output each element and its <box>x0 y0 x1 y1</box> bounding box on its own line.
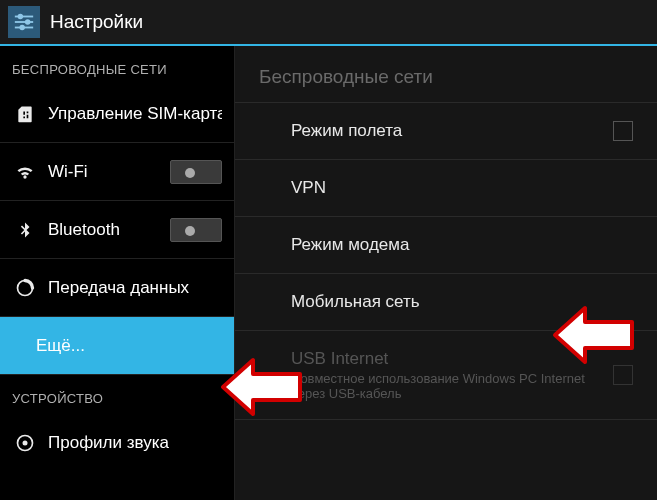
sidebar-item-more[interactable]: Ещё... <box>0 317 234 375</box>
content-item-mobile-network[interactable]: Мобильная сеть <box>235 274 657 331</box>
app-title: Настройки <box>50 11 143 33</box>
content-item-label: USB Internet <box>291 349 601 369</box>
wifi-icon <box>12 162 38 182</box>
content-item-tether[interactable]: Режим модема <box>235 217 657 274</box>
content-item-airplane[interactable]: Режим полета <box>235 103 657 160</box>
sidebar-item-sim[interactable]: Управление SIM-картам <box>0 85 234 143</box>
wifi-toggle[interactable] <box>170 160 222 184</box>
settings-icon <box>8 6 40 38</box>
sidebar-item-bluetooth[interactable]: Bluetooth <box>0 201 234 259</box>
app-header: Настройки <box>0 0 657 46</box>
sidebar-item-wifi[interactable]: Wi-Fi <box>0 143 234 201</box>
sidebar: БЕСПРОВОДНЫЕ СЕТИ Управление SIM-картам … <box>0 46 235 500</box>
sidebar-item-data-usage[interactable]: Передача данных <box>0 259 234 317</box>
usb-internet-checkbox <box>613 365 633 385</box>
content-item-label: Режим модема <box>291 235 633 255</box>
sidebar-item-label: Управление SIM-картам <box>48 104 222 124</box>
content-item-usb-internet: USB Internet Совместное использование Wi… <box>235 331 657 420</box>
sidebar-item-label: Wi-Fi <box>48 162 162 182</box>
main: БЕСПРОВОДНЫЕ СЕТИ Управление SIM-картам … <box>0 46 657 500</box>
content-item-label: Режим полета <box>291 121 601 141</box>
sidebar-item-label: Передача данных <box>48 278 222 298</box>
content-item-vpn[interactable]: VPN <box>235 160 657 217</box>
content-item-sublabel: Совместное использование Windows PC Inte… <box>291 371 601 401</box>
bluetooth-icon <box>12 221 38 239</box>
svg-point-5 <box>20 26 24 30</box>
content-panel: Беспроводные сети Режим полета VPN Режим… <box>235 46 657 500</box>
svg-point-4 <box>26 20 30 24</box>
content-item-label: VPN <box>291 178 633 198</box>
sidebar-item-sound[interactable]: Профили звука <box>0 414 234 472</box>
bluetooth-toggle[interactable] <box>170 218 222 242</box>
content-header: Беспроводные сети <box>235 46 657 103</box>
svg-point-8 <box>23 441 28 446</box>
content-item-label: Мобильная сеть <box>291 292 633 312</box>
sound-icon <box>12 433 38 453</box>
sidebar-section-device: УСТРОЙСТВО <box>0 375 234 414</box>
sim-icon <box>12 104 38 124</box>
sidebar-item-label: Профили звука <box>48 433 222 453</box>
svg-point-3 <box>19 15 23 19</box>
sidebar-section-wireless: БЕСПРОВОДНЫЕ СЕТИ <box>0 46 234 85</box>
sidebar-item-label: Ещё... <box>36 336 222 356</box>
data-usage-icon <box>12 278 38 298</box>
sidebar-item-label: Bluetooth <box>48 220 162 240</box>
airplane-checkbox[interactable] <box>613 121 633 141</box>
